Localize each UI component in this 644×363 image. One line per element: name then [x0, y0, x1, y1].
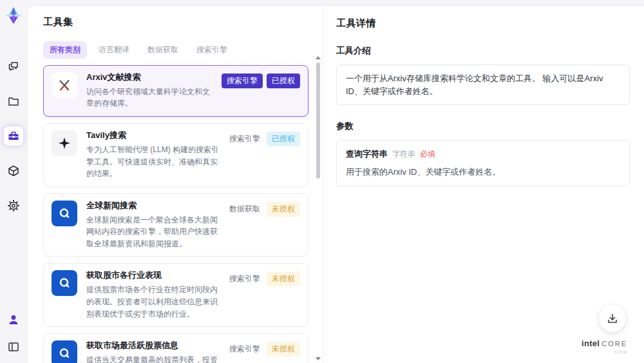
tab-all-categories[interactable]: 所有类别 — [43, 41, 87, 59]
collapse-panel-icon[interactable] — [4, 337, 23, 357]
page-title: 工具集 — [43, 16, 314, 28]
tool-description: 提供股票市场各个行业在特定时间段内的表现。投资者可以利用这些信息来识别表现优于或… — [86, 284, 224, 320]
four-point-star-icon — [52, 130, 77, 156]
settings-gear-icon[interactable] — [4, 196, 23, 215]
tool-card-most-active-stocks[interactable]: 获取市场最活跃股票信息 提供当天交易量最高的股票列表，投资者可以利用这些信息来识… — [43, 333, 308, 363]
tool-name: Arxiv文献搜索 — [86, 72, 216, 83]
core-wordmark: CORE — [601, 340, 627, 348]
tool-description: 全球新闻搜索是一个聚合全球各大新闻网站内容的搜索引擎，帮助用户快速获取全球最新资… — [86, 214, 224, 250]
param-required-flag: 必填 — [420, 149, 435, 160]
category-badge: 搜索引擎 — [222, 74, 263, 88]
list-scrollbar[interactable] — [316, 56, 321, 360]
params-heading: 参数 — [336, 121, 630, 132]
toolbox-icon[interactable] — [4, 126, 23, 146]
category-tabs: 所有类别 语言翻译 数据获取 搜索引擎 — [43, 41, 314, 59]
tool-list: Arxiv文献搜索 访问各个研究领域大量科学论文和文章的存储库。 搜索引擎 已授… — [43, 65, 314, 363]
auth-status-badge: 未授权 — [267, 271, 300, 286]
tool-name: 获取股市各行业表现 — [86, 270, 224, 281]
param-description: 用于搜索的Arxiv ID、关键字或作者姓名。 — [346, 166, 620, 178]
tool-card-sector-performance[interactable]: 获取股市各行业表现 提供股票市场各个行业在特定时间段内的表现。投资者可以利用这些… — [43, 263, 308, 327]
intel-wordmark: intel — [582, 339, 600, 348]
category-label: 数据获取 — [229, 204, 260, 215]
auth-status-badge: 已授权 — [267, 132, 300, 146]
tool-list-panel: 工具集 所有类别 语言翻译 数据获取 搜索引擎 — [28, 6, 323, 363]
tool-name: 获取市场最活跃股票信息 — [86, 340, 224, 351]
app-window: 工具集 所有类别 语言翻译 数据获取 搜索引擎 — [0, 0, 644, 363]
category-label: 搜索引擎 — [229, 273, 260, 284]
magnifier-blue-icon — [52, 270, 77, 296]
tool-description: 访问各个研究领域大量科学论文和文章的存储库。 — [86, 86, 216, 110]
tab-search-engine[interactable]: 搜索引擎 — [190, 41, 234, 59]
left-rail — [0, 0, 27, 363]
auth-status-badge: 已授权 — [267, 74, 300, 88]
package-cube-icon[interactable] — [4, 161, 23, 181]
detail-title: 工具详情 — [336, 17, 630, 30]
parameter-item: 查询字符串 字符串 必填 用于搜索的Arxiv ID、关键字或作者姓名。 — [336, 140, 630, 186]
auth-status-badge: 未授权 — [267, 342, 300, 357]
arxiv-x-icon — [52, 72, 77, 98]
tool-description: 提供当天交易量最高的股票列表，投资者可以利用这些信息来识别流动性强的股票和潜在的… — [86, 354, 224, 363]
tool-name: 全球新闻搜索 — [86, 201, 224, 211]
tab-language-translation[interactable]: 语言翻译 — [92, 41, 136, 59]
tier-label: Ultra — [582, 349, 627, 354]
param-name: 查询字符串 — [346, 148, 388, 160]
magnifier-blue-icon — [52, 201, 77, 226]
scroll-up-arrow[interactable] — [316, 56, 321, 59]
intro-text-box: 一个用于从Arxiv存储库搜索科学论文和文章的工具。 输入可以是Arxiv ID… — [336, 64, 630, 105]
download-button[interactable] — [599, 305, 626, 332]
folder-icon[interactable] — [4, 92, 23, 111]
app-gem-logo — [3, 5, 24, 26]
chat-bubbles-icon[interactable] — [4, 57, 23, 76]
tool-card-global-news[interactable]: 全球新闻搜索 全球新闻搜索是一个聚合全球各大新闻网站内容的搜索引擎，帮助用户快速… — [43, 193, 308, 257]
intel-core-logo: intel CORE Ultra — [582, 339, 627, 354]
tool-name: Tavily搜索 — [86, 130, 224, 141]
tab-data-fetch[interactable]: 数据获取 — [141, 41, 185, 59]
tool-card-arxiv[interactable]: Arxiv文献搜索 访问各个研究领域大量科学论文和文章的存储库。 搜索引擎 已授… — [43, 65, 308, 117]
scroll-down-arrow[interactable] — [316, 357, 321, 360]
download-icon — [606, 312, 619, 325]
magnifier-blue-icon — [52, 340, 77, 363]
intro-heading: 工具介绍 — [336, 45, 630, 57]
user-profile-icon[interactable] — [4, 310, 23, 329]
content-panel: 工具集 所有类别 语言翻译 数据获取 搜索引擎 — [27, 5, 644, 363]
tool-description: 专为人工智能代理 (LLM) 构建的搜索引擎工具。可快速提供实时、准确和真实的结… — [86, 144, 224, 180]
category-label: 搜索引擎 — [229, 133, 260, 144]
tool-card-tavily[interactable]: Tavily搜索 专为人工智能代理 (LLM) 构建的搜索引擎工具。可快速提供实… — [43, 123, 308, 187]
scrollbar-thumb[interactable] — [316, 63, 320, 179]
category-label: 搜索引擎 — [229, 344, 260, 355]
tool-detail-panel: 工具详情 工具介绍 一个用于从Arxiv存储库搜索科学论文和文章的工具。 输入可… — [323, 6, 644, 363]
param-type: 字符串 — [392, 149, 415, 160]
auth-status-badge: 未授权 — [267, 202, 300, 217]
